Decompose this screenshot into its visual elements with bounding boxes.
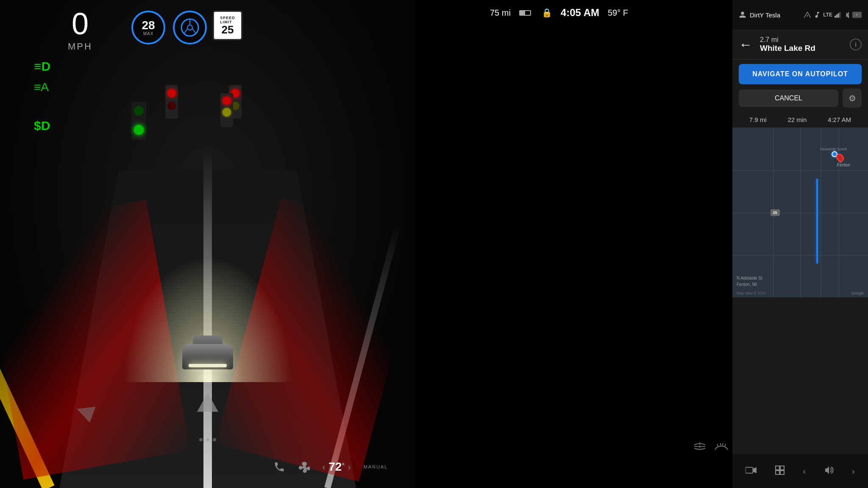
speed-sign-value: 25	[222, 24, 234, 35]
svg-rect-16	[780, 471, 784, 474]
svg-rect-13	[776, 466, 779, 470]
steering-wheel-svg	[179, 17, 200, 38]
status-bar: 75 mi 🔒 4:05 AM 59° F	[250, 0, 868, 25]
trip-info-bar: 7.9 mi 22 min 4:27 AM	[732, 112, 868, 128]
nav-cancel-row: CANCEL ⚙	[732, 89, 868, 112]
camera-button[interactable]	[746, 466, 757, 477]
temp-increase-arrow[interactable]: ›	[348, 462, 351, 472]
turn-instruction: ← 2.7 mi White Lake Rd i	[732, 30, 868, 60]
battery-display	[519, 9, 531, 17]
svg-marker-12	[753, 467, 757, 473]
max-speed-value: 28	[142, 19, 155, 31]
temp-degree: °	[342, 462, 344, 469]
volume-button[interactable]	[824, 466, 834, 477]
svg-line-22	[725, 444, 726, 446]
autopilot-steering-icon	[173, 11, 207, 44]
speed-sign-label: SPEEDLIMIT	[220, 16, 235, 24]
driving-view: 0 MPH 28 MAX SPEEDLIMIT 25 ≡D ≡A $D	[0, 0, 415, 488]
heavenly-scent-label: Heavenly Scent	[820, 147, 847, 151]
trip-duration: 22 min	[787, 116, 807, 123]
trip-eta: 4:27 AM	[828, 116, 851, 123]
grid-button[interactable]	[775, 465, 785, 477]
rear-defroster-button[interactable]	[693, 441, 706, 453]
turn-distance: 2.7 mi	[760, 36, 846, 44]
page-dot-2	[206, 438, 209, 441]
speed-limit-sign: SPEEDLIMIT 25	[213, 11, 242, 40]
temp-decrease-arrow[interactable]: ‹	[323, 462, 326, 472]
map-view[interactable]: 25 Fenton N Adelaide St Fenton, MI Heave…	[732, 128, 868, 297]
traffic-light-red-left	[165, 85, 178, 119]
range-display: 75 mi	[490, 8, 511, 18]
navigation-settings-button[interactable]: ⚙	[843, 89, 862, 108]
temperature-control[interactable]: ‹ 72° ›	[323, 460, 351, 474]
headlight-indicator: ≡D	[34, 59, 50, 74]
autopilot-navigate-button[interactable]: NAVIGATE ON AUTOPILOT	[739, 64, 862, 84]
clock-display: 4:05 AM	[561, 7, 599, 19]
forward-arrow	[197, 393, 218, 412]
autopilot-mode-indicator: ≡A	[34, 80, 49, 94]
trip-distance: 7.9 mi	[749, 116, 767, 123]
gear-indicator: $D	[34, 119, 50, 133]
svg-line-3	[184, 29, 187, 33]
destination-pin	[837, 153, 843, 162]
nav-back-button[interactable]: ‹	[803, 466, 806, 476]
turn-arrow-icon: ←	[739, 37, 756, 53]
fan-button[interactable]	[298, 461, 310, 473]
nav-info-button[interactable]: i	[850, 39, 862, 50]
lock-icon: 🔒	[542, 8, 552, 18]
max-speed-indicator: 28 MAX	[131, 11, 165, 44]
google-attribution: Google	[851, 291, 864, 295]
nav-bottom-bar: ‹ ›	[732, 454, 868, 488]
cancel-navigation-button[interactable]: CANCEL	[739, 89, 838, 107]
temp-value: 72	[328, 460, 342, 473]
turn-street: White Lake Rd	[760, 44, 846, 53]
svg-rect-15	[776, 471, 779, 474]
vehicle-model	[178, 327, 237, 369]
direction-details: 2.7 mi White Lake Rd	[760, 36, 846, 53]
svg-line-21	[722, 443, 723, 446]
svg-point-1	[187, 25, 192, 30]
map-data-attribution: Map data © 2021	[737, 291, 766, 295]
front-defroster-button[interactable]	[715, 441, 728, 454]
nav-forward-button[interactable]: ›	[852, 466, 855, 476]
svg-line-4	[192, 29, 195, 33]
map-destination-label: Fenton	[837, 163, 850, 167]
road-scene	[0, 0, 415, 488]
current-speed: 0	[68, 8, 92, 39]
phone-button[interactable]	[273, 461, 285, 473]
bottom-controls: ‹ 72° › MANUAL	[246, 446, 415, 488]
page-indicator-dots	[199, 438, 216, 441]
svg-line-19	[717, 444, 718, 446]
page-dot-1	[199, 438, 203, 441]
climate-mode-label: MANUAL	[364, 464, 388, 469]
speed-unit: MPH	[68, 41, 92, 52]
map-street-label: N Adelaide St	[737, 276, 762, 280]
speed-display: 0 MPH	[68, 8, 92, 52]
map-city-label: Fenton, MI	[737, 282, 757, 287]
hvac-controls	[693, 441, 728, 454]
traffic-light-green	[131, 102, 146, 140]
temperature-display: 59° F	[608, 8, 628, 18]
max-speed-label: MAX	[143, 31, 154, 36]
svg-rect-11	[746, 467, 753, 473]
svg-rect-14	[780, 466, 784, 470]
navigation-panel: DirtY Tesla LTE P ← 2.7 mi Wh	[732, 0, 868, 488]
page-dot-3	[213, 438, 216, 441]
